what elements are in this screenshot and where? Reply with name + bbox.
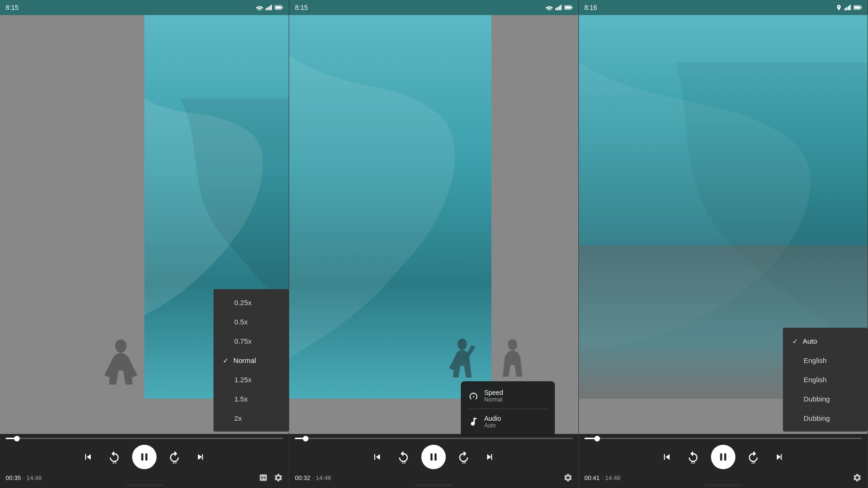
controls-3: 15 15 — [579, 442, 868, 472]
progress-bar-3[interactable] — [579, 438, 868, 439]
wifi-icon-2 — [545, 5, 553, 10]
svg-point-16 — [458, 338, 467, 350]
settings-popup-2: Speed Normal Audio Auto — [461, 381, 555, 436]
signal-icon-3 — [844, 5, 851, 10]
speed-option-05[interactable]: 0.5x — [213, 312, 289, 331]
speed-option-2[interactable]: 2x — [213, 409, 289, 428]
time-separator-2: · — [312, 474, 316, 481]
svg-rect-18 — [846, 7, 847, 10]
controls-2: 15 15 — [289, 442, 578, 472]
speed-option-15[interactable]: 1.5x — [213, 389, 289, 409]
video-gray-2 — [491, 15, 578, 399]
speed-option-125[interactable]: 1.25x — [213, 370, 289, 389]
subtitle-option-dubbing-1[interactable]: Dubbing — [783, 389, 868, 409]
person-silhouette-2 — [496, 338, 529, 385]
battery-icon-3 — [853, 5, 862, 10]
speed-option-normal[interactable]: ✓Normal — [213, 351, 289, 370]
panel-3: 8:16 — [579, 0, 868, 488]
time-display-2: 00:32 · 14:48 — [295, 473, 331, 482]
svg-rect-14 — [565, 6, 570, 9]
svg-point-15 — [508, 339, 517, 350]
signal-icon-2 — [555, 5, 562, 10]
replay-badge-1: 15 — [112, 460, 117, 464]
subtitle-option-english-2[interactable]: English — [783, 370, 868, 389]
current-time-3: 00:41 — [584, 474, 600, 481]
skip-next-btn-3[interactable] — [771, 449, 788, 465]
skip-prev-icon-2 — [371, 451, 383, 463]
current-time-1: 00:35 — [6, 474, 21, 481]
skip-prev-btn-2[interactable] — [369, 449, 386, 465]
subtitle-option-english-1[interactable]: English — [783, 351, 868, 370]
signal-icon — [266, 5, 272, 10]
progress-bar-2[interactable] — [289, 438, 578, 439]
svg-rect-9 — [557, 7, 558, 10]
audio-setting-text: Audio Auto — [484, 415, 501, 429]
skip-next-btn-1[interactable] — [192, 449, 209, 465]
subtitle-option-dubbing-2[interactable]: Dubbing — [783, 409, 868, 428]
audio-setting-item[interactable]: Audio Auto — [461, 409, 555, 434]
svg-rect-8 — [555, 8, 557, 10]
svg-rect-20 — [849, 5, 851, 10]
speed-option-025[interactable]: 0.25x — [213, 293, 289, 312]
player-bottom-3: 15 15 00:41 · 14:48 — [579, 434, 868, 488]
svg-rect-19 — [848, 6, 849, 10]
status-time-3: 8:16 — [584, 4, 597, 11]
replay-btn-1[interactable]: 15 — [106, 449, 123, 465]
battery-icon — [275, 5, 283, 10]
forward-badge-1: 15 — [173, 460, 177, 464]
pause-icon-1 — [138, 451, 150, 463]
audio-label: Audio — [484, 415, 501, 422]
speed-label: Speed — [484, 389, 503, 396]
status-time-2: 8:15 — [295, 4, 308, 11]
player-bottom-2: 15 15 00:32 · 14:48 — [289, 434, 578, 488]
forward-btn-3[interactable]: 15 — [745, 449, 762, 465]
forward-btn-2[interactable]: 15 — [455, 449, 472, 465]
subtitle-option-auto[interactable]: ✓Auto — [783, 331, 868, 351]
skip-prev-btn-3[interactable] — [658, 449, 675, 465]
status-icons-1 — [256, 5, 283, 10]
settings-icon-2[interactable] — [563, 473, 573, 482]
forward-btn-1[interactable]: 15 — [166, 449, 183, 465]
svg-rect-23 — [854, 6, 860, 9]
wifi-icon — [256, 5, 263, 10]
svg-rect-0 — [266, 8, 267, 10]
svg-rect-1 — [268, 7, 269, 10]
time-row-1: 00:35 · 14:48 — [0, 473, 289, 482]
pause-icon-3 — [717, 451, 729, 463]
speed-option-075[interactable]: 0.75x — [213, 331, 289, 351]
pause-btn-2[interactable] — [421, 445, 446, 469]
settings-icon-3[interactable] — [852, 473, 862, 482]
pause-btn-3[interactable] — [711, 445, 735, 469]
progress-bar-1[interactable] — [0, 438, 289, 439]
status-bar-1: 8:15 — [0, 0, 289, 15]
time-display-3: 00:41 · 14:48 — [584, 473, 621, 482]
speed-value: Normal — [484, 396, 503, 403]
panel-2: 8:15 — [289, 0, 578, 488]
bottom-icons-2 — [563, 473, 573, 482]
skip-next-btn-2[interactable] — [481, 449, 498, 465]
time-row-3: 00:41 · 14:48 — [579, 473, 868, 482]
settings-icon-1[interactable] — [274, 473, 283, 482]
pause-btn-1[interactable] — [132, 445, 157, 469]
speed-setting-item[interactable]: Speed Normal — [461, 383, 555, 409]
time-display-1: 00:35 · 14:48 — [6, 473, 42, 482]
time-separator-3: · — [602, 474, 605, 481]
cc-icon-1[interactable] — [259, 473, 268, 482]
replay-btn-2[interactable]: 15 — [395, 449, 412, 465]
audio-setting-icon — [468, 417, 479, 427]
subtitle-dropdown-3: ✓Auto English English Dubbing Dubbing — [783, 328, 868, 432]
bottom-icons-1 — [259, 473, 283, 482]
forward-badge-3: 15 — [751, 460, 755, 464]
svg-rect-3 — [271, 5, 272, 10]
controls-1: 15 15 — [0, 442, 289, 472]
svg-point-7 — [115, 339, 126, 353]
forward-badge-2: 15 — [462, 460, 466, 464]
status-bar-2: 8:15 — [289, 0, 578, 15]
video-gray-1 — [0, 15, 144, 399]
player-bottom-1: 15 15 00:35 · 14:48 — [0, 434, 289, 488]
svg-rect-10 — [559, 6, 560, 10]
person-raised-arm — [448, 338, 476, 385]
skip-prev-btn-1[interactable] — [79, 449, 96, 465]
replay-btn-3[interactable]: 15 — [685, 449, 702, 465]
speed-setting-text: Speed Normal — [484, 389, 503, 403]
